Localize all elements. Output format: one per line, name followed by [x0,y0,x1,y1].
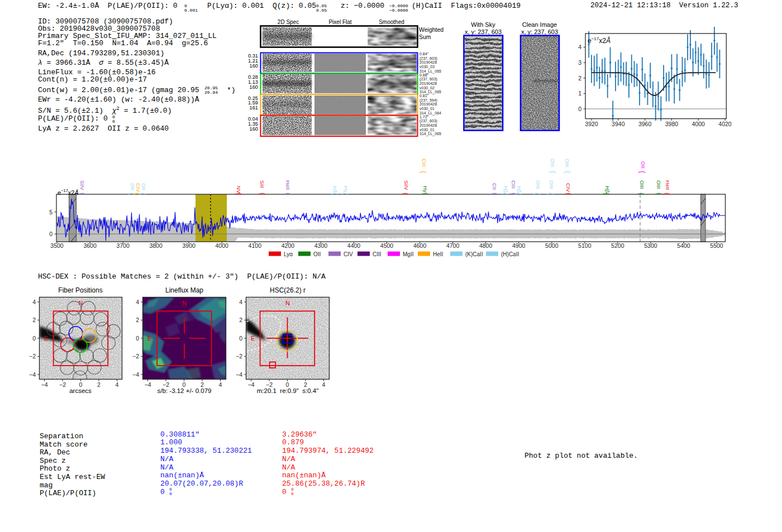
svg-text:4100: 4100 [249,242,262,249]
svg-text:2: 2 [97,381,101,388]
svg-text:{: { [565,193,573,195]
svg-text:1: 1 [578,90,581,97]
svg-text:4: 4 [219,381,222,388]
svg-text:3940: 3940 [612,121,625,127]
svg-text:2: 2 [239,317,242,323]
svg-text:SiII: SiII [259,180,265,188]
svg-text:2: 2 [136,317,139,323]
svg-text:OII: OII [640,161,646,169]
svg-text:HeII: HeII [285,180,291,190]
svg-text:OII: OII [130,183,136,190]
svg-text:3900: 3900 [183,242,196,249]
svg-text:4020: 4020 [718,121,732,127]
svg-text:MgII: MgII [403,251,413,257]
svg-text:4400: 4400 [347,242,361,249]
svg-text:0: 0 [239,335,242,342]
svg-text:{: { [341,193,349,195]
svg-text:Hβ: Hβ [604,186,611,193]
svg-text:{: { [663,193,671,195]
svg-text:−2: −2 [59,381,66,388]
svg-text:{: { [284,193,292,195]
svg-text:CIV: CIV [565,183,571,193]
svg-text:4200: 4200 [282,242,295,249]
svg-text:Hγ: Hγ [343,186,349,193]
svg-text:{: { [637,193,645,195]
svg-text:3: 3 [578,59,581,66]
svg-text:CIII: CIII [511,180,517,189]
svg-text:−2: −2 [132,353,139,360]
svg-text:3800: 3800 [149,242,163,249]
svg-text:4700: 4700 [446,242,460,249]
svg-text:{: { [402,193,409,195]
svg-text:−2: −2 [236,353,242,360]
svg-text:4800: 4800 [479,242,493,249]
svg-text:{: { [422,193,430,195]
svg-text:4: 4 [136,299,139,305]
svg-text:{: { [491,193,499,195]
svg-text:HeII: HeII [665,180,671,190]
svg-text:2: 2 [578,75,581,82]
svg-text:4000: 4000 [216,242,229,249]
svg-text:{: { [514,193,522,195]
svg-text:{: { [235,193,243,195]
svg-text:5: 5 [49,209,53,215]
svg-text:4500: 4500 [380,242,394,249]
svg-text:OIII: OIII [639,180,645,189]
svg-text:4: 4 [322,381,326,388]
svg-text:5400: 5400 [677,242,690,249]
svg-text:OIII: OIII [550,159,556,167]
svg-text:{: { [331,193,339,195]
svg-text:4900: 4900 [512,242,526,249]
svg-text:−4: −4 [145,381,151,388]
svg-text:3700: 3700 [116,242,130,249]
svg-text:4: 4 [239,299,242,305]
svg-text:3600: 3600 [83,242,97,249]
svg-text:OIII: OIII [656,180,662,189]
svg-text:4: 4 [578,44,581,50]
svg-text:{: { [655,193,663,195]
svg-text:SiIV: SiIV [79,180,85,190]
svg-text:5200: 5200 [611,242,624,249]
svg-text:3980: 3980 [665,121,679,127]
svg-text:3500: 3500 [50,242,64,249]
svg-text:−4: −4 [29,371,36,378]
svg-text:HeII: HeII [433,251,443,257]
svg-text:{: { [603,193,611,195]
svg-text:Hδ: Hδ [332,186,338,193]
svg-text:−4: −4 [236,371,242,378]
svg-text:E: E [44,335,48,342]
svg-text:(K)CaII: (K)CaII [465,251,483,257]
svg-text:CIII: CIII [373,251,382,257]
svg-text:4: 4 [32,299,36,305]
svg-text:OII: OII [313,251,321,257]
svg-text:−4: −4 [248,381,255,388]
svg-text:0: 0 [578,106,581,112]
svg-text:0: 0 [49,231,53,237]
svg-text:CIV: CIV [135,183,141,193]
svg-text:CII: CII [492,183,498,190]
svg-text:SiIV: SiIV [403,180,409,190]
svg-text:4300: 4300 [314,242,328,249]
svg-text:3960: 3960 [638,121,652,127]
svg-text:Hβ: Hβ [503,186,509,193]
svg-text:(H)CaII: (H)CaII [501,251,519,257]
svg-text:{: { [564,171,571,173]
svg-text:N: N [285,300,290,306]
svg-text:{: { [259,193,266,195]
svg-text:N: N [79,300,83,306]
svg-text:OIII: OIII [564,159,570,167]
svg-text:4: 4 [116,381,119,388]
svg-text:CIV: CIV [344,251,353,257]
svg-text:OII: OII [141,183,147,190]
svg-text:−4: −4 [132,371,139,378]
svg-text:5500: 5500 [710,242,723,249]
svg-text:−2: −2 [29,353,36,360]
svg-text:Lyα: Lyα [284,251,293,257]
svg-text:OIII: OIII [535,180,541,189]
svg-text:CIII: CIII [421,159,427,167]
svg-text:5300: 5300 [644,242,657,249]
svg-text:2: 2 [32,317,36,323]
svg-text:0: 0 [32,335,36,342]
svg-text:{: { [547,193,555,195]
svg-text:−4: −4 [41,381,48,388]
